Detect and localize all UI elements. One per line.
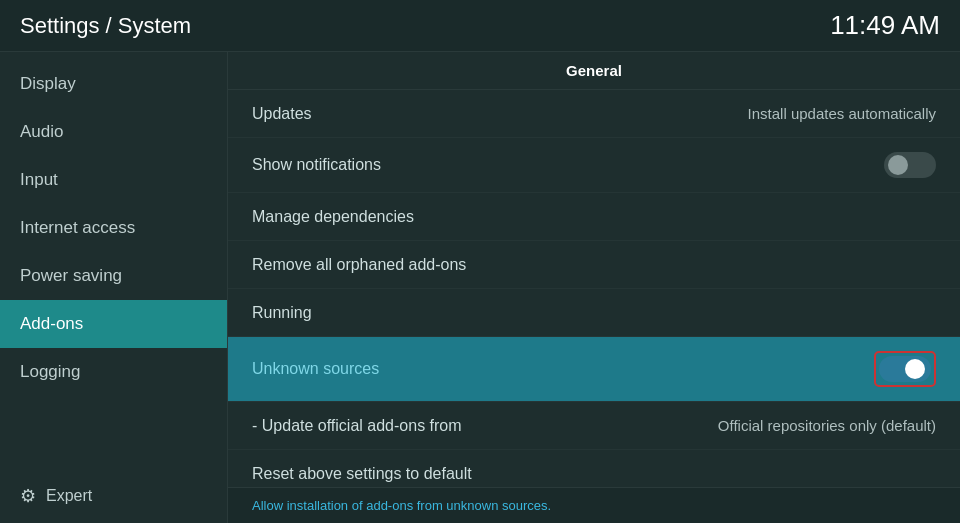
setting-value-updates: Install updates automatically xyxy=(748,105,936,122)
settings-list: Updates Install updates automatically Sh… xyxy=(228,90,960,487)
setting-label-updates: Updates xyxy=(252,105,312,123)
setting-label-remove-orphaned: Remove all orphaned add-ons xyxy=(252,256,466,274)
content-footer: Allow installation of add-ons from unkno… xyxy=(228,487,960,523)
toggle-show-notifications[interactable] xyxy=(884,152,936,178)
setting-label-reset-settings: Reset above settings to default xyxy=(252,465,472,483)
clock: 11:49 AM xyxy=(830,10,940,41)
sidebar: Display Audio Input Internet access Powe… xyxy=(0,52,228,523)
setting-row-updates[interactable]: Updates Install updates automatically xyxy=(228,90,960,138)
setting-row-unknown-sources[interactable]: Unknown sources xyxy=(228,337,960,402)
sidebar-item-power-saving[interactable]: Power saving xyxy=(0,252,227,300)
setting-label-manage-dependencies: Manage dependencies xyxy=(252,208,414,226)
setting-label-running: Running xyxy=(252,304,312,322)
setting-row-running[interactable]: Running xyxy=(228,289,960,337)
page-title: Settings / System xyxy=(20,13,191,39)
sidebar-item-logging[interactable]: Logging xyxy=(0,348,227,396)
setting-row-reset-settings[interactable]: Reset above settings to default xyxy=(228,450,960,487)
section-header: General xyxy=(228,52,960,90)
sidebar-item-add-ons[interactable]: Add-ons xyxy=(0,300,227,348)
setting-value-update-official: Official repositories only (default) xyxy=(718,417,936,434)
sidebar-item-audio[interactable]: Audio xyxy=(0,108,227,156)
content-area: General Updates Install updates automati… xyxy=(228,52,960,523)
sidebar-footer-expert[interactable]: ⚙ Expert xyxy=(0,469,227,523)
setting-label-update-official: - Update official add-ons from xyxy=(252,417,462,435)
sidebar-item-input[interactable]: Input xyxy=(0,156,227,204)
setting-row-remove-orphaned[interactable]: Remove all orphaned add-ons xyxy=(228,241,960,289)
sidebar-item-internet-access[interactable]: Internet access xyxy=(0,204,227,252)
setting-row-update-official[interactable]: - Update official add-ons from Official … xyxy=(228,402,960,450)
toggle-unknown-sources[interactable] xyxy=(879,356,931,382)
setting-row-manage-dependencies[interactable]: Manage dependencies xyxy=(228,193,960,241)
toggle-highlight-container xyxy=(874,351,936,387)
setting-row-show-notifications[interactable]: Show notifications xyxy=(228,138,960,193)
setting-label-unknown-sources: Unknown sources xyxy=(252,360,379,378)
expert-label: Expert xyxy=(46,487,92,505)
main-layout: Display Audio Input Internet access Powe… xyxy=(0,52,960,523)
toggle-knob-unknown xyxy=(905,359,925,379)
header: Settings / System 11:49 AM xyxy=(0,0,960,52)
sidebar-item-display[interactable]: Display xyxy=(0,60,227,108)
gear-icon: ⚙ xyxy=(20,485,36,507)
toggle-knob xyxy=(888,155,908,175)
setting-label-show-notifications: Show notifications xyxy=(252,156,381,174)
